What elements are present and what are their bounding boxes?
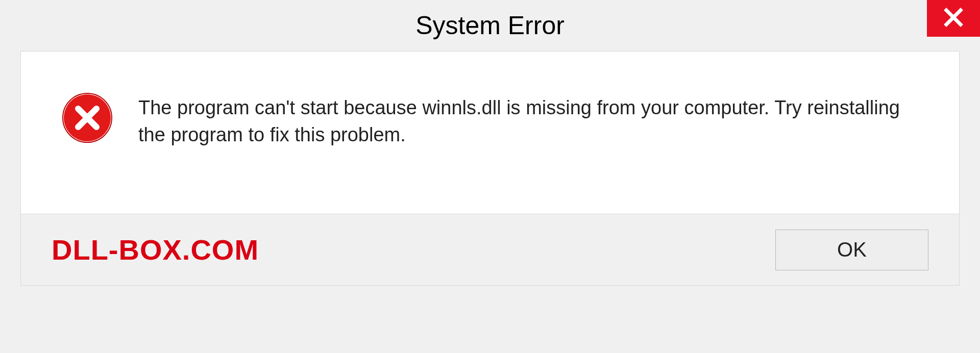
close-button[interactable] — [927, 0, 980, 37]
watermark-text: DLL-BOX.COM — [52, 233, 259, 266]
message-row: The program can't start because winnls.d… — [21, 52, 959, 169]
dialog-body: The program can't start because winnls.d… — [20, 51, 960, 286]
ok-button[interactable]: OK — [775, 230, 928, 270]
error-icon — [62, 92, 113, 145]
close-icon — [943, 7, 964, 30]
error-message: The program can't start because winnls.d… — [138, 92, 928, 148]
titlebar: System Error — [0, 0, 980, 51]
dialog-footer: DLL-BOX.COM OK — [21, 214, 959, 285]
ok-button-label: OK — [837, 238, 867, 261]
dialog-title: System Error — [415, 11, 565, 40]
